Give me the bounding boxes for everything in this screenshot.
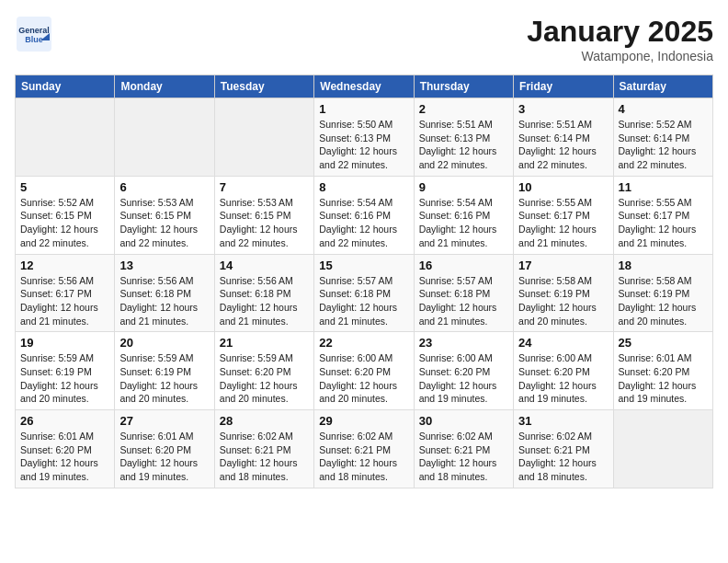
logo-icon: General Blue bbox=[15, 15, 51, 52]
col-header-saturday: Saturday bbox=[613, 75, 712, 98]
day-number: 13 bbox=[119, 259, 209, 272]
day-info: Sunrise: 5:52 AM Sunset: 6:15 PM Dayligh… bbox=[20, 196, 109, 250]
day-number: 15 bbox=[319, 259, 408, 272]
day-info: Sunrise: 5:59 AM Sunset: 6:19 PM Dayligh… bbox=[119, 351, 209, 406]
day-number: 11 bbox=[619, 180, 708, 194]
day-number: 18 bbox=[619, 259, 708, 272]
day-number: 1 bbox=[319, 102, 408, 116]
day-number: 23 bbox=[419, 336, 508, 350]
day-info: Sunrise: 5:56 AM Sunset: 6:18 PM Dayligh… bbox=[119, 274, 209, 328]
day-info: Sunrise: 6:00 AM Sunset: 6:20 PM Dayligh… bbox=[419, 351, 508, 406]
calendar-table: SundayMondayTuesdayWednesdayThursdayFrid… bbox=[15, 75, 713, 488]
day-number: 19 bbox=[20, 336, 109, 350]
svg-text:Blue: Blue bbox=[25, 35, 43, 44]
calendar-cell: 28Sunrise: 6:02 AM Sunset: 6:21 PM Dayli… bbox=[214, 410, 313, 488]
day-info: Sunrise: 6:01 AM Sunset: 6:20 PM Dayligh… bbox=[619, 351, 708, 406]
month-title: January 2025 bbox=[527, 15, 713, 49]
calendar-cell: 15Sunrise: 5:57 AM Sunset: 6:18 PM Dayli… bbox=[314, 254, 414, 332]
day-info: Sunrise: 6:00 AM Sunset: 6:20 PM Dayligh… bbox=[518, 351, 608, 406]
day-info: Sunrise: 5:56 AM Sunset: 6:18 PM Dayligh… bbox=[220, 274, 309, 328]
calendar-week-row: 19Sunrise: 5:59 AM Sunset: 6:19 PM Dayli… bbox=[16, 332, 713, 410]
calendar-cell: 7Sunrise: 5:53 AM Sunset: 6:15 PM Daylig… bbox=[214, 176, 313, 254]
day-number: 3 bbox=[518, 102, 608, 116]
calendar-cell bbox=[214, 98, 313, 177]
calendar-cell: 11Sunrise: 5:55 AM Sunset: 6:17 PM Dayli… bbox=[613, 176, 712, 254]
calendar-cell bbox=[16, 98, 115, 177]
calendar-cell: 18Sunrise: 5:58 AM Sunset: 6:19 PM Dayli… bbox=[613, 254, 712, 332]
day-info: Sunrise: 5:58 AM Sunset: 6:19 PM Dayligh… bbox=[619, 274, 708, 328]
calendar-cell: 19Sunrise: 5:59 AM Sunset: 6:19 PM Dayli… bbox=[16, 332, 115, 410]
day-number: 4 bbox=[619, 102, 708, 116]
col-header-monday: Monday bbox=[115, 75, 214, 98]
day-number: 27 bbox=[119, 414, 209, 428]
calendar-cell: 6Sunrise: 5:53 AM Sunset: 6:15 PM Daylig… bbox=[115, 176, 214, 254]
day-info: Sunrise: 6:02 AM Sunset: 6:21 PM Dayligh… bbox=[518, 430, 608, 484]
calendar-cell bbox=[613, 410, 712, 488]
calendar-cell: 26Sunrise: 6:01 AM Sunset: 6:20 PM Dayli… bbox=[16, 410, 115, 488]
logo: General Blue bbox=[15, 15, 55, 52]
svg-text:General: General bbox=[18, 26, 50, 35]
calendar-cell: 5Sunrise: 5:52 AM Sunset: 6:15 PM Daylig… bbox=[16, 176, 115, 254]
day-number: 9 bbox=[419, 180, 508, 194]
calendar-week-row: 5Sunrise: 5:52 AM Sunset: 6:15 PM Daylig… bbox=[16, 176, 713, 254]
calendar-cell: 3Sunrise: 5:51 AM Sunset: 6:14 PM Daylig… bbox=[514, 98, 613, 177]
day-info: Sunrise: 5:55 AM Sunset: 6:17 PM Dayligh… bbox=[518, 196, 608, 250]
day-info: Sunrise: 5:54 AM Sunset: 6:16 PM Dayligh… bbox=[319, 196, 408, 250]
day-info: Sunrise: 5:53 AM Sunset: 6:15 PM Dayligh… bbox=[220, 196, 309, 250]
day-info: Sunrise: 5:57 AM Sunset: 6:18 PM Dayligh… bbox=[319, 274, 408, 328]
day-info: Sunrise: 5:50 AM Sunset: 6:13 PM Dayligh… bbox=[319, 118, 408, 172]
calendar-cell: 12Sunrise: 5:56 AM Sunset: 6:17 PM Dayli… bbox=[16, 254, 115, 332]
col-header-thursday: Thursday bbox=[414, 75, 513, 98]
calendar-cell: 8Sunrise: 5:54 AM Sunset: 6:16 PM Daylig… bbox=[314, 176, 414, 254]
day-number: 17 bbox=[518, 259, 608, 272]
calendar-cell: 14Sunrise: 5:56 AM Sunset: 6:18 PM Dayli… bbox=[214, 254, 313, 332]
calendar-cell: 23Sunrise: 6:00 AM Sunset: 6:20 PM Dayli… bbox=[414, 332, 513, 410]
day-number: 20 bbox=[119, 336, 209, 350]
calendar-cell: 31Sunrise: 6:02 AM Sunset: 6:21 PM Dayli… bbox=[514, 410, 613, 488]
calendar-week-row: 26Sunrise: 6:01 AM Sunset: 6:20 PM Dayli… bbox=[16, 410, 713, 488]
calendar-cell: 13Sunrise: 5:56 AM Sunset: 6:18 PM Dayli… bbox=[115, 254, 214, 332]
day-number: 21 bbox=[220, 336, 309, 350]
calendar-cell: 4Sunrise: 5:52 AM Sunset: 6:14 PM Daylig… bbox=[613, 98, 712, 177]
calendar-cell: 24Sunrise: 6:00 AM Sunset: 6:20 PM Dayli… bbox=[514, 332, 613, 410]
day-number: 24 bbox=[518, 336, 608, 350]
col-header-wednesday: Wednesday bbox=[314, 75, 414, 98]
day-number: 16 bbox=[419, 259, 508, 272]
day-info: Sunrise: 5:53 AM Sunset: 6:15 PM Dayligh… bbox=[119, 196, 209, 250]
day-number: 12 bbox=[20, 259, 109, 272]
calendar-cell: 29Sunrise: 6:02 AM Sunset: 6:21 PM Dayli… bbox=[314, 410, 414, 488]
day-number: 10 bbox=[518, 180, 608, 194]
day-info: Sunrise: 5:57 AM Sunset: 6:18 PM Dayligh… bbox=[419, 274, 508, 328]
day-info: Sunrise: 5:59 AM Sunset: 6:19 PM Dayligh… bbox=[20, 351, 109, 406]
day-number: 28 bbox=[220, 414, 309, 428]
page-header: General Blue January 2025 Watampone, Ind… bbox=[15, 15, 713, 63]
calendar-cell: 10Sunrise: 5:55 AM Sunset: 6:17 PM Dayli… bbox=[514, 176, 613, 254]
calendar-cell: 1Sunrise: 5:50 AM Sunset: 6:13 PM Daylig… bbox=[314, 98, 414, 177]
calendar-cell: 25Sunrise: 6:01 AM Sunset: 6:20 PM Dayli… bbox=[613, 332, 712, 410]
day-number: 6 bbox=[119, 180, 209, 194]
calendar-cell bbox=[115, 98, 214, 177]
day-info: Sunrise: 5:51 AM Sunset: 6:14 PM Dayligh… bbox=[518, 118, 608, 172]
calendar-cell: 2Sunrise: 5:51 AM Sunset: 6:13 PM Daylig… bbox=[414, 98, 513, 177]
day-number: 31 bbox=[518, 414, 608, 428]
day-info: Sunrise: 6:01 AM Sunset: 6:20 PM Dayligh… bbox=[20, 430, 109, 484]
calendar-header-row: SundayMondayTuesdayWednesdayThursdayFrid… bbox=[16, 75, 713, 98]
day-info: Sunrise: 6:02 AM Sunset: 6:21 PM Dayligh… bbox=[220, 430, 309, 484]
day-info: Sunrise: 5:52 AM Sunset: 6:14 PM Dayligh… bbox=[619, 118, 708, 172]
day-info: Sunrise: 5:56 AM Sunset: 6:17 PM Dayligh… bbox=[20, 274, 109, 328]
day-number: 22 bbox=[319, 336, 408, 350]
day-number: 2 bbox=[419, 102, 508, 116]
col-header-friday: Friday bbox=[514, 75, 613, 98]
day-number: 5 bbox=[20, 180, 109, 194]
calendar-body: 1Sunrise: 5:50 AM Sunset: 6:13 PM Daylig… bbox=[16, 98, 713, 488]
day-number: 8 bbox=[319, 180, 408, 194]
day-info: Sunrise: 5:59 AM Sunset: 6:20 PM Dayligh… bbox=[220, 351, 309, 406]
calendar-cell: 9Sunrise: 5:54 AM Sunset: 6:16 PM Daylig… bbox=[414, 176, 513, 254]
day-number: 26 bbox=[20, 414, 109, 428]
calendar-cell: 20Sunrise: 5:59 AM Sunset: 6:19 PM Dayli… bbox=[115, 332, 214, 410]
day-info: Sunrise: 6:01 AM Sunset: 6:20 PM Dayligh… bbox=[119, 430, 209, 484]
day-number: 30 bbox=[419, 414, 508, 428]
day-info: Sunrise: 5:54 AM Sunset: 6:16 PM Dayligh… bbox=[419, 196, 508, 250]
day-info: Sunrise: 6:02 AM Sunset: 6:21 PM Dayligh… bbox=[319, 430, 408, 484]
calendar-cell: 22Sunrise: 6:00 AM Sunset: 6:20 PM Dayli… bbox=[314, 332, 414, 410]
